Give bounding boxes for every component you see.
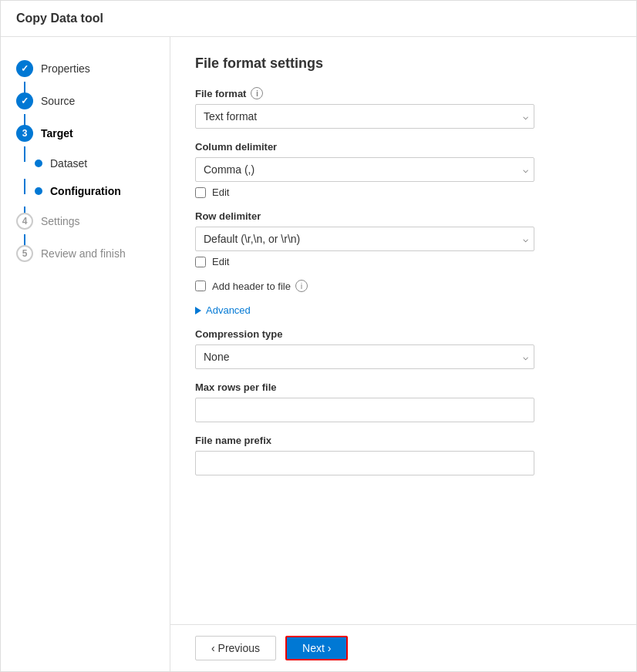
compression-type-select[interactable]: None [195,344,534,369]
step-circle-settings: 4 [16,213,33,230]
add-header-label: Add header to file i [212,280,308,292]
advanced-section[interactable]: Advanced [195,304,612,316]
sidebar-item-source[interactable]: ✓ Source [1,85,170,117]
compression-type-select-wrapper: None ⌵ [195,344,534,369]
sidebar-item-configuration[interactable]: Configuration [1,177,170,205]
sidebar-label-settings: Settings [41,215,80,227]
sidebar-label-properties: Properties [41,62,90,75]
sidebar-item-properties[interactable]: ✓ Properties [1,52,170,85]
step-number-target: 3 [22,128,28,139]
step-dot-configuration [35,187,42,195]
column-delimiter-edit-label[interactable]: Edit [212,186,229,198]
sidebar-label-review: Review and finish [41,247,126,260]
file-name-prefix-label: File name prefix [195,435,612,446]
row-delimiter-select[interactable]: Default (\r,\n, or \r\n) [195,227,534,251]
step-circle-properties: ✓ [16,60,33,77]
add-header-group: Add header to file i [195,280,612,292]
column-delimiter-edit-row: Edit [195,186,612,198]
row-delimiter-label: Row delimiter [195,210,612,222]
content-area: File format settings File format i Text … [170,37,636,624]
step-circle-review: 5 [16,245,33,262]
row-delimiter-edit-row: Edit [195,256,612,267]
sidebar-item-target[interactable]: 3 Target [1,117,170,150]
row-delimiter-select-wrapper: Default (\r,\n, or \r\n) ⌵ [195,227,534,251]
row-delimiter-edit-label[interactable]: Edit [212,256,229,267]
file-format-group: File format i Text format ⌵ [195,87,612,129]
add-header-row: Add header to file i [195,280,612,292]
sidebar: ✓ Properties ✓ Source 3 Target [1,37,170,671]
column-delimiter-group: Column delimiter Comma (,) ⌵ Edit [195,141,612,198]
column-delimiter-select[interactable]: Comma (,) [195,157,534,182]
max-rows-input[interactable] [195,398,534,422]
sidebar-label-source: Source [41,95,75,107]
max-rows-label: Max rows per file [195,381,612,393]
step-circle-source: ✓ [16,92,33,109]
previous-button[interactable]: ‹ Previous [195,636,276,660]
file-name-prefix-group: File name prefix [195,435,612,475]
add-header-checkbox[interactable] [195,281,206,291]
compression-type-group: Compression type None ⌵ [195,328,612,369]
sidebar-label-target: Target [41,127,73,139]
footer: ‹ Previous Next › [170,624,636,671]
app-header: Copy Data tool [1,1,636,37]
step-number-settings: 4 [22,216,28,227]
file-format-label: File format i [195,87,612,99]
file-format-info-icon[interactable]: i [251,87,263,99]
sidebar-item-settings[interactable]: 4 Settings [1,205,170,237]
advanced-label: Advanced [206,304,251,316]
next-button[interactable]: Next › [285,636,348,660]
app-body: ✓ Properties ✓ Source 3 Target [1,37,636,671]
column-delimiter-label: Column delimiter [195,141,612,153]
sidebar-label-configuration: Configuration [50,185,121,197]
row-delimiter-group: Row delimiter Default (\r,\n, or \r\n) ⌵… [195,210,612,267]
column-delimiter-select-wrapper: Comma (,) ⌵ [195,157,534,182]
step-dot-dataset [35,160,42,167]
column-delimiter-edit-checkbox[interactable] [195,187,206,198]
add-header-info-icon[interactable]: i [295,280,308,292]
compression-type-label: Compression type [195,328,612,340]
file-name-prefix-input[interactable] [195,451,534,475]
step-number-review: 5 [22,248,28,259]
row-delimiter-edit-checkbox[interactable] [195,257,206,267]
advanced-triangle-icon [195,307,201,314]
sidebar-item-review[interactable]: 5 Review and finish [1,237,170,270]
app-container: Copy Data tool ✓ Properties ✓ Source [0,0,637,672]
file-format-select[interactable]: Text format [195,104,534,129]
section-title: File format settings [195,55,612,72]
sidebar-label-dataset: Dataset [50,157,87,170]
main-content: File format settings File format i Text … [170,37,636,671]
file-format-select-wrapper: Text format ⌵ [195,104,534,129]
app-title: Copy Data tool [16,12,621,25]
sidebar-item-dataset[interactable]: Dataset [1,150,170,177]
max-rows-group: Max rows per file [195,381,612,422]
step-circle-target: 3 [16,125,33,142]
